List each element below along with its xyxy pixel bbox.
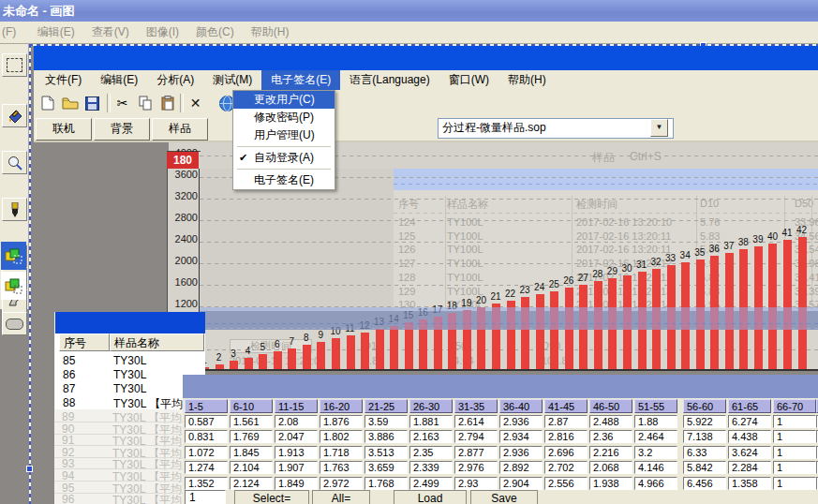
dist-cell[interactable]: 2.464 <box>634 430 677 443</box>
dist-cell[interactable]: 2.87 <box>544 415 587 428</box>
dist-column-header[interactable]: 46-50 <box>589 399 632 413</box>
select-button[interactable]: Select= <box>234 490 309 504</box>
dist-column-header[interactable]: 41-45 <box>544 399 587 413</box>
background-button[interactable]: 背景 <box>94 118 150 141</box>
dist-cell[interactable]: 1.88 <box>634 415 677 428</box>
online-button[interactable]: 联机 <box>36 118 92 141</box>
dist-cell[interactable]: 2.696 <box>544 446 587 459</box>
dist-cell[interactable]: 2.936 <box>499 415 543 428</box>
sample-list-title-bar[interactable] <box>55 312 205 334</box>
app-menu-item[interactable]: 文件(F) <box>36 70 91 90</box>
dist-column-header[interactable]: 61-65 <box>728 399 771 413</box>
dist-cell[interactable]: 1.907 <box>275 461 318 474</box>
dist-cell[interactable]: 5.922 <box>683 415 726 428</box>
paint-menu-item[interactable]: 图像(I) <box>138 22 187 42</box>
paint-menu-file[interactable]: (F) <box>0 22 24 42</box>
dist-cell[interactable]: 2.614 <box>454 415 498 428</box>
dist-cell[interactable]: 3.513 <box>364 446 408 459</box>
dist-cell[interactable]: 2.163 <box>409 430 453 443</box>
dist-cell[interactable]: 1.938 <box>589 477 632 490</box>
combo-dropdown-arrow[interactable]: ▼ <box>650 119 668 137</box>
opaque-paste-option[interactable] <box>1 242 26 270</box>
dropdown-item[interactable]: 修改密码(P) <box>233 109 335 126</box>
new-file-icon[interactable] <box>37 94 57 112</box>
dist-cell[interactable]: 3.2 <box>634 446 677 459</box>
dist-cell[interactable]: 2.936 <box>499 446 543 459</box>
sample-row-index[interactable]: 85 <box>63 354 75 367</box>
app-menu-item[interactable]: 窗口(W) <box>439 70 498 90</box>
dist-cell[interactable]: 1 <box>773 415 816 428</box>
dist-cell[interactable]: 2.104 <box>230 461 273 474</box>
app-menu-item[interactable]: 语言(Language) <box>340 70 439 90</box>
dist-cell[interactable]: 1.352 <box>185 477 228 490</box>
dist-cell[interactable]: 2.499 <box>409 477 453 490</box>
dropdown-item[interactable]: 用户管理(U) <box>233 126 335 144</box>
transparent-paste-option[interactable] <box>1 272 26 300</box>
dropdown-item[interactable]: 自动登录(A)✔ <box>233 149 335 167</box>
dist-cell[interactable]: 2.934 <box>499 430 543 443</box>
dist-cell[interactable]: 2.976 <box>454 461 498 474</box>
dist-column-header[interactable]: 26-30 <box>409 399 453 413</box>
paint-menu-item[interactable]: 帮助(H) <box>243 22 298 42</box>
app-menu-item[interactable]: 测试(M) <box>203 70 261 90</box>
dist-cell[interactable]: 1.849 <box>275 477 318 490</box>
cut-icon[interactable]: ✂ <box>112 94 132 112</box>
dist-cell[interactable]: 2.08 <box>275 415 318 428</box>
dist-cell[interactable]: 6.274 <box>728 415 771 428</box>
delete-icon[interactable]: ✕ <box>186 94 205 112</box>
app-menu-item[interactable]: 分析(A) <box>147 70 203 90</box>
dist-cell[interactable]: 2.816 <box>544 430 587 443</box>
dist-column-header[interactable]: 11-15 <box>275 399 318 413</box>
save-button[interactable]: Save <box>470 490 538 504</box>
dist-cell[interactable]: 4.146 <box>634 461 677 474</box>
dist-cell[interactable]: 7.138 <box>683 430 726 443</box>
dist-cell[interactable]: 2.284 <box>728 461 771 474</box>
dist-cell[interactable]: 6.33 <box>683 446 726 459</box>
dist-cell[interactable]: 2.216 <box>589 446 632 459</box>
dist-cell[interactable]: 4.438 <box>728 430 771 443</box>
app-menu-item[interactable]: 帮助(H) <box>498 70 556 90</box>
dist-cell[interactable]: 1.769 <box>230 430 273 443</box>
dist-column-header[interactable]: 1-5 <box>185 399 228 413</box>
select-tool[interactable] <box>2 53 27 77</box>
paint-menu-item[interactable]: 颜色(C) <box>187 22 243 42</box>
magnifier-tool[interactable] <box>2 151 27 174</box>
dist-column-header[interactable]: 21-25 <box>364 399 408 413</box>
load-button[interactable]: Load <box>394 490 467 504</box>
paste-icon[interactable] <box>157 94 177 112</box>
count-input[interactable]: 1 <box>185 490 226 504</box>
dist-cell[interactable]: 2.488 <box>589 415 632 428</box>
dist-cell[interactable]: 0.831 <box>185 430 228 443</box>
sop-combobox[interactable]: 分过程-微量样品.sop <box>438 118 674 139</box>
dist-cell[interactable]: 2.794 <box>454 430 498 443</box>
dist-cell[interactable]: 2.556 <box>544 477 587 490</box>
dist-cell[interactable]: 2.904 <box>499 477 543 490</box>
sample-row-name[interactable]: TY30L <box>113 354 146 367</box>
selection-border-left[interactable] <box>29 44 31 504</box>
dist-cell[interactable]: 1.876 <box>320 415 363 428</box>
save-icon[interactable] <box>82 94 102 112</box>
dist-cell[interactable]: 1 <box>773 446 816 459</box>
rounded-rect-tool[interactable] <box>2 312 27 335</box>
dist-cell[interactable]: 1.561 <box>230 415 273 428</box>
sample-row-index[interactable]: 87 <box>63 382 75 395</box>
dist-cell[interactable]: 1.768 <box>364 477 408 490</box>
distribution-window-caption[interactable] <box>183 375 818 398</box>
dropdown-item[interactable]: 电子签名(E) <box>233 171 335 189</box>
col-header-name[interactable]: 样品名称 <box>110 334 204 351</box>
dist-column-header[interactable]: 31-35 <box>454 399 498 413</box>
dist-column-header[interactable]: 66-70 <box>773 399 816 413</box>
dist-cell[interactable]: 1.274 <box>185 461 228 474</box>
dist-cell[interactable]: 3.624 <box>728 446 771 459</box>
dist-cell[interactable]: 5.842 <box>683 461 726 474</box>
all-button[interactable]: All= <box>312 490 370 504</box>
dist-cell[interactable]: 1.763 <box>320 461 363 474</box>
dist-cell[interactable]: 0.587 <box>185 415 228 428</box>
sample-row-name[interactable]: TY30L <box>113 368 146 381</box>
dist-cell[interactable]: 2.339 <box>409 461 453 474</box>
dist-cell[interactable]: 1.845 <box>230 446 273 459</box>
fill-tool[interactable] <box>2 104 27 127</box>
sample-row-name[interactable]: TY30L <box>113 382 146 395</box>
dist-cell[interactable]: 1.913 <box>275 446 318 459</box>
dist-cell[interactable]: 2.702 <box>544 461 587 474</box>
